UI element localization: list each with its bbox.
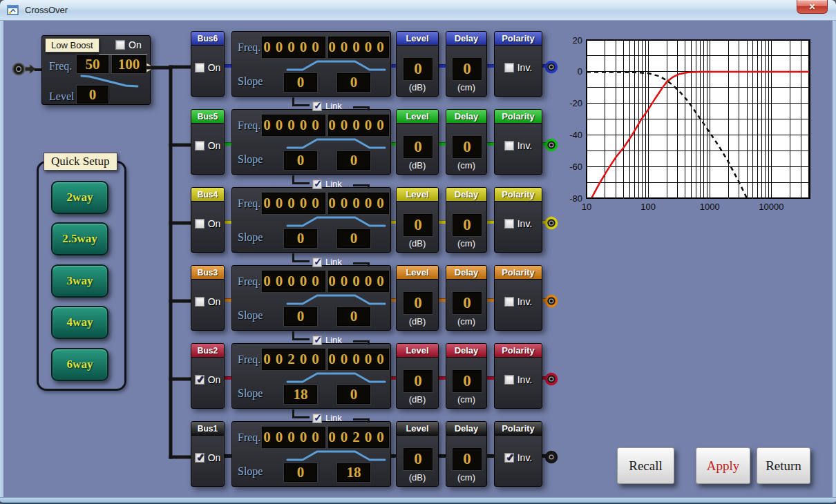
bus-on-checkbox-icon[interactable] — [195, 219, 205, 229]
close-icon: ✕ — [808, 3, 815, 11]
link-checkbox-icon[interactable] — [312, 414, 322, 423]
bus-name: Bus4 — [198, 190, 218, 200]
level-value-display[interactable]: 0 — [403, 136, 433, 158]
lowpass-slope-display[interactable]: 0 — [337, 229, 370, 248]
lowpass-slope-display[interactable]: 18 — [337, 463, 370, 482]
highpass-slope-display[interactable]: 0 — [284, 73, 317, 92]
delay-value-display[interactable]: 0 — [453, 214, 482, 236]
close-button[interactable]: ✕ — [797, 0, 828, 14]
highpass-freq-display[interactable]: 00000 — [262, 115, 325, 136]
return-button[interactable]: Return — [757, 447, 810, 484]
highpass-freq-display[interactable]: 00000 — [262, 427, 325, 448]
bus-on-toggle[interactable]: On — [191, 374, 224, 385]
link-bracket-right-icon — [353, 106, 370, 110]
level-value-display[interactable]: 0 — [403, 58, 433, 80]
delay-value-display[interactable]: 0 — [453, 370, 482, 392]
level-value-display[interactable]: 0 — [403, 214, 433, 236]
bus-on-checkbox-icon[interactable] — [195, 375, 205, 385]
link-toggle[interactable]: Link — [312, 413, 342, 423]
inv-checkbox-icon[interactable] — [504, 297, 514, 307]
bus-name: Bus6 — [198, 34, 218, 43]
level-value-display[interactable]: 0 — [403, 292, 433, 314]
link-toggle[interactable]: Link — [312, 179, 342, 189]
delay-unit-label: (cm) — [446, 238, 486, 249]
highpass-freq-display[interactable]: 00000 — [262, 193, 325, 214]
polarity-panel: Polarity Inv. — [494, 31, 542, 97]
lowpass-slope-display[interactable]: 0 — [337, 385, 370, 404]
link-checkbox-icon[interactable] — [312, 180, 322, 189]
highpass-slope-display[interactable]: 0 — [284, 307, 317, 326]
delay-unit-label: (cm) — [446, 394, 486, 405]
lowpass-slope-display[interactable]: 0 — [337, 151, 370, 170]
frequency-response-chart: 200-20-40-60-8010100100010000 — [565, 28, 824, 222]
link-toggle[interactable]: Link — [312, 257, 342, 267]
polarity-inv-toggle[interactable]: Inv. — [495, 140, 542, 151]
freq-slope-panel: Freq. 00000 00000 Slope 0 0 — [231, 31, 391, 97]
inv-checkbox-icon[interactable] — [504, 63, 514, 72]
polarity-inv-toggle[interactable]: Inv. — [495, 452, 542, 463]
lowpass-freq-display[interactable]: 00000 — [328, 37, 389, 58]
lowpass-freq-display[interactable]: 00000 — [328, 349, 389, 370]
polarity-inv-toggle[interactable]: Inv. — [495, 374, 542, 385]
lowpass-slope-display[interactable]: 0 — [337, 307, 370, 326]
apply-button[interactable]: Apply — [696, 447, 750, 484]
bus-on-toggle[interactable]: On — [191, 452, 224, 463]
level-unit-label: (dB) — [397, 472, 438, 483]
lowpass-slope-display[interactable]: 0 — [337, 73, 370, 92]
link-checkbox-icon[interactable] — [312, 101, 322, 111]
bus-on-toggle[interactable]: On — [191, 140, 224, 151]
inv-checkbox-icon[interactable] — [504, 219, 514, 229]
link-bracket-left-icon — [292, 97, 310, 106]
bus-on-checkbox-icon[interactable] — [195, 141, 205, 151]
bus-box: Bus3 On — [191, 265, 225, 331]
link-toggle[interactable]: Link — [312, 101, 342, 111]
output-connector-icon — [543, 59, 560, 76]
slope-label: Slope — [238, 309, 263, 322]
level-value-display[interactable]: 0 — [403, 448, 433, 470]
delay-value-display[interactable]: 0 — [453, 448, 482, 470]
polarity-inv-toggle[interactable]: Inv. — [495, 218, 542, 229]
bus-on-checkbox-icon[interactable] — [195, 297, 205, 307]
link-toggle[interactable]: Link — [312, 335, 342, 345]
delay-value-display[interactable]: 0 — [453, 58, 482, 80]
lowpass-freq-display[interactable]: 00000 — [328, 271, 389, 292]
link-group: Link — [292, 253, 375, 271]
bus-header: Bus5 — [191, 110, 224, 124]
lowpass-freq-display[interactable]: 00000 — [328, 193, 389, 214]
polarity-panel: Polarity Inv. — [494, 343, 542, 409]
highpass-slope-display[interactable]: 0 — [284, 229, 317, 248]
bus-on-toggle[interactable]: On — [191, 62, 224, 73]
bus-box: Bus4 On — [191, 187, 225, 253]
delay-header: Delay — [446, 110, 486, 124]
link-checkbox-icon[interactable] — [312, 336, 322, 345]
link-group: Link — [292, 97, 375, 115]
bus-on-toggle[interactable]: On — [191, 296, 224, 307]
inv-checkbox-icon[interactable] — [504, 141, 514, 151]
lowpass-freq-display[interactable]: 00000 — [328, 115, 389, 136]
polarity-inv-toggle[interactable]: Inv. — [495, 62, 542, 73]
bus-on-checkbox-icon[interactable] — [195, 63, 205, 72]
recall-button[interactable]: Recall — [617, 447, 674, 484]
highpass-slope-display[interactable]: 18 — [284, 385, 317, 404]
level-value-display[interactable]: 0 — [403, 370, 433, 392]
highpass-freq-display[interactable]: 00000 — [262, 37, 325, 58]
inv-checkbox-icon[interactable] — [504, 453, 514, 463]
bus-on-toggle[interactable]: On — [191, 218, 224, 229]
polarity-inv-toggle[interactable]: Inv. — [495, 296, 542, 307]
slope-label: Slope — [238, 153, 263, 166]
level-unit-label: (dB) — [397, 160, 438, 171]
inv-checkbox-icon[interactable] — [504, 375, 514, 385]
bus-on-checkbox-icon[interactable] — [195, 453, 205, 463]
lowpass-freq-display[interactable]: 00200 — [328, 427, 389, 448]
highpass-freq-display[interactable]: 00200 — [262, 349, 325, 370]
highpass-slope-display[interactable]: 0 — [284, 463, 317, 482]
highpass-slope-display[interactable]: 0 — [284, 151, 317, 170]
titlebar: CrossOver ✕ — [0, 0, 836, 21]
polarity-panel: Polarity Inv. — [494, 187, 542, 253]
svg-text:10000: 10000 — [759, 202, 783, 212]
delay-value-display[interactable]: 0 — [453, 292, 482, 314]
link-checkbox-icon[interactable] — [312, 258, 322, 267]
freq-label: Freq. — [238, 432, 260, 444]
delay-value-display[interactable]: 0 — [453, 136, 482, 158]
highpass-freq-display[interactable]: 00000 — [262, 271, 325, 292]
